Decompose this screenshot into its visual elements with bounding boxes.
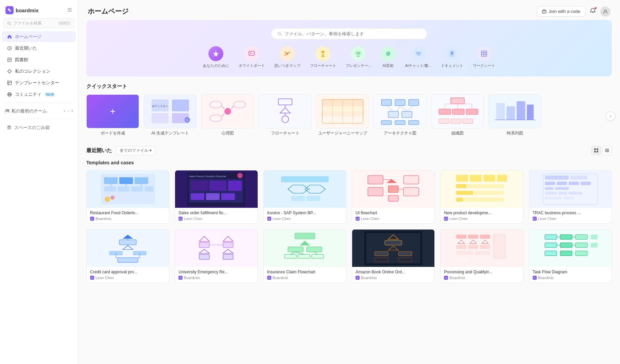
join-code-button[interactable]: Join with a code xyxy=(537,6,585,17)
team-ellipsis-icon[interactable]: ··· xyxy=(67,109,70,113)
hero-cat-flowchart[interactable]: フローチャート xyxy=(310,46,336,68)
template-author-name-11: Boardmix xyxy=(449,276,465,280)
qs-mindmap-thumb xyxy=(201,94,254,128)
template-thumb-7 xyxy=(87,230,169,267)
team-chevron-icon[interactable]: ▾ xyxy=(71,109,73,113)
hero-search-box[interactable] xyxy=(271,28,427,39)
hero-cat-mindmap[interactable]: 思いつきマップ xyxy=(274,46,300,68)
svg-rect-182 xyxy=(570,176,587,180)
template-card-4[interactable]: UI flowchart LC Leon Chen xyxy=(352,170,435,224)
svg-rect-183 xyxy=(545,182,555,185)
template-card-7[interactable]: Credit card approval pro... LC Leon Chen xyxy=(86,229,169,283)
team-add-icon[interactable]: + xyxy=(63,109,65,113)
svg-rect-3 xyxy=(68,10,72,10)
qs-card-create[interactable]: + ボードを作成 xyxy=(86,94,139,136)
template-card-9[interactable]: Insurance Claim Flowchart b Boardmix xyxy=(263,229,346,283)
template-name-1: Restaurant Food Orderin... xyxy=(90,211,166,215)
quick-start-scroll-btn[interactable]: › xyxy=(606,111,615,121)
qs-card-mindmap[interactable]: 心理図 xyxy=(201,94,254,136)
qs-flowchart-thumb xyxy=(259,94,311,128)
svg-rect-94 xyxy=(402,111,412,117)
sidebar-search[interactable]: ファイルを検索 Shift S xyxy=(3,18,74,28)
hero-cat-for-you[interactable]: あなたのために xyxy=(203,46,229,68)
hero-cat-worksheet[interactable]: ワークシート xyxy=(473,46,495,68)
svg-rect-245 xyxy=(456,245,466,249)
sidebar-toggle-icon[interactable] xyxy=(67,7,72,14)
user-avatar[interactable] xyxy=(600,6,610,17)
sidebar-item-community[interactable]: コミュニティ NEW xyxy=(2,89,76,100)
qs-card-timeline[interactable]: 時系列図 xyxy=(488,94,541,136)
template-card-1[interactable]: Restaurant Food Orderin... b Boardmix xyxy=(86,170,169,224)
svg-point-49 xyxy=(388,53,389,54)
template-name-3: Invoice - SAP System BP... xyxy=(267,211,343,215)
template-author-9: b Boardmix xyxy=(267,276,343,280)
qs-card-user-journey[interactable]: ユーザージャーニーマップ xyxy=(316,94,369,136)
template-author-6: LC Leon Chen xyxy=(533,217,608,221)
qs-card-org[interactable]: 組織図 xyxy=(431,94,484,136)
sidebar-trash-label: スペースのごみ箱 xyxy=(14,125,50,131)
hero-cat-presentation[interactable]: プレゼンテー... xyxy=(346,46,371,68)
svg-rect-234 xyxy=(398,252,412,256)
notification-button[interactable] xyxy=(589,7,596,15)
svg-rect-152 xyxy=(281,176,329,182)
template-card-12[interactable]: Task Flow Diagram b Boardmix xyxy=(529,229,612,283)
recent-filter-dropdown[interactable]: 全てのファイル ▾ xyxy=(116,146,155,155)
svg-rect-221 xyxy=(307,247,322,252)
user-author-icon-6: LC xyxy=(533,217,537,221)
sidebar-item-library[interactable]: 図書館 xyxy=(2,54,76,65)
template-card-5[interactable]: New product developme... LC Leon Chen xyxy=(440,170,523,224)
qs-card-ai-template[interactable]: AIアシスタン✦ AI 生成テンプレート xyxy=(144,94,196,136)
svg-rect-99 xyxy=(381,121,392,125)
template-card-6[interactable]: TRAC business process ... LC Leon Chen xyxy=(529,170,612,224)
hero-cat-ai-chat[interactable]: AIチャット/書... xyxy=(405,46,432,68)
sidebar-trash[interactable]: スペースのごみ箱 xyxy=(2,122,76,133)
template-card-10[interactable]: Amazon Book Online Ord... b Boardmix xyxy=(352,229,435,283)
globe-icon xyxy=(7,92,12,97)
qs-card-flowchart[interactable]: フローチャート xyxy=(259,94,311,136)
sidebar-community-label: コミュニティ xyxy=(15,91,41,97)
svg-rect-124 xyxy=(605,150,609,151)
svg-rect-29 xyxy=(249,51,254,55)
template-card-8[interactable]: University Emergency Re... b Boardmix xyxy=(175,229,258,283)
template-card-11[interactable]: Processing and Qualifyin... b Boardmix xyxy=(440,229,523,283)
svg-rect-116 xyxy=(517,101,525,120)
template-icon xyxy=(7,80,12,86)
sidebar-team-section[interactable]: 私の最初のチーム + ··· ▾ xyxy=(0,106,78,116)
qs-card-architecture[interactable]: アーキテクチャ図 xyxy=(374,94,426,136)
user-author-icon-4: LC xyxy=(356,217,360,221)
svg-rect-144 xyxy=(191,181,208,191)
svg-point-5 xyxy=(8,22,10,24)
hero-search-input[interactable] xyxy=(285,31,421,36)
sidebar-item-home[interactable]: ホームページ xyxy=(2,31,76,42)
sidebar-item-templates[interactable]: テンプレートセンター xyxy=(2,77,76,88)
list-view-button[interactable] xyxy=(602,146,612,155)
sidebar-item-collection[interactable]: 私のコレクション xyxy=(2,66,76,77)
svg-point-70 xyxy=(224,108,231,115)
svg-line-76 xyxy=(222,114,224,116)
boardmix-author-icon-8: b xyxy=(178,276,183,280)
qs-org-label: 組織図 xyxy=(431,130,484,136)
grid-view-button[interactable] xyxy=(591,146,601,155)
svg-rect-147 xyxy=(191,193,204,200)
plus-icon: + xyxy=(110,106,115,117)
svg-rect-65 xyxy=(152,113,169,123)
user-author-icon-7: LC xyxy=(90,276,94,280)
hero-cat-ai-art[interactable]: AI芸術 xyxy=(381,46,396,68)
svg-rect-177 xyxy=(456,191,473,195)
svg-rect-156 xyxy=(307,196,320,201)
svg-rect-41 xyxy=(322,56,324,57)
svg-rect-248 xyxy=(494,235,505,258)
hero-cat-document[interactable]: ドキュメント xyxy=(441,46,463,68)
sidebar-item-recent[interactable]: 最近開いた xyxy=(2,43,76,54)
hero-cat-whiteboard[interactable]: ホワイトボード xyxy=(239,46,265,68)
svg-rect-222 xyxy=(285,254,296,258)
template-thumb-4 xyxy=(352,170,434,208)
svg-rect-30 xyxy=(250,53,251,54)
recent-header: 最近開いた 全てのファイル ▾ xyxy=(86,146,612,155)
template-card-2[interactable]: Sales Process Transition Flowchart Sales… xyxy=(175,170,258,224)
template-name-12: Task Flow Diagram xyxy=(533,270,608,274)
svg-rect-131 xyxy=(118,186,130,192)
team-icon xyxy=(5,108,10,114)
template-card-3[interactable]: Invoice - SAP System BP... LC Leon Chen xyxy=(263,170,346,224)
team-actions: + ··· ▾ xyxy=(63,109,73,113)
